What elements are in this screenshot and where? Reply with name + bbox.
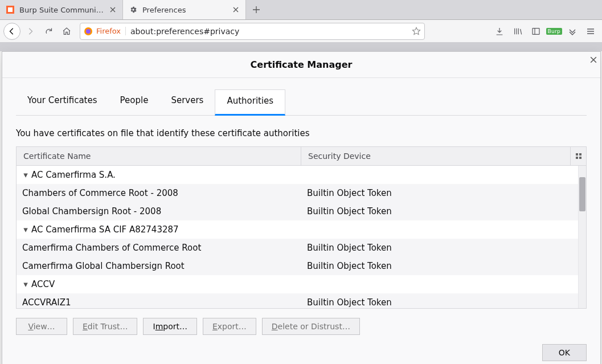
tree-child-row[interactable]: Global Chambersign Root - 2008Builtin Ob… [17, 202, 586, 220]
delete-distrust-button[interactable]: Delete or Distrust… [262, 318, 360, 335]
ok-row: OK [16, 344, 587, 361]
sidebar-icon[interactable] [528, 23, 544, 40]
certificate-name: Camerfirma Global Chambersign Root [22, 261, 185, 271]
bookmark-star-icon[interactable] [412, 27, 421, 36]
twisty-down-icon[interactable]: ▾ [22, 224, 29, 235]
close-icon[interactable] [590, 56, 597, 63]
security-device: Builtin Object Token [301, 206, 586, 216]
twisty-down-icon[interactable]: ▾ [22, 170, 29, 180]
overflow-icon[interactable] [564, 23, 580, 40]
home-button[interactable] [58, 23, 75, 40]
dialog-tabs: Your Certificates People Servers Authori… [16, 89, 587, 116]
security-device: Builtin Object Token [301, 243, 586, 253]
dialog-body: Your Certificates People Servers Authori… [2, 78, 600, 364]
svg-rect-4 [533, 28, 539, 34]
dialog-description: You have certificates on file that ident… [16, 128, 587, 138]
scrollbar-thumb[interactable] [579, 177, 585, 211]
library-icon[interactable] [510, 23, 526, 40]
column-picker-icon[interactable] [570, 147, 586, 165]
security-device: Builtin Object Token [301, 188, 586, 198]
import-button[interactable]: Import… [143, 318, 196, 335]
navigation-toolbar: Firefox Burp [0, 20, 602, 43]
table-body[interactable]: ▾AC Camerfirma S.A.Chambers of Commerce … [17, 166, 586, 308]
downloads-icon[interactable] [492, 23, 507, 40]
tab-title: Burp Suite Community E… [19, 6, 104, 14]
action-button-row: View… Edit Trust… Import… Export… Delete… [16, 318, 587, 335]
certificate-name: Chambers of Commerce Root - 2008 [22, 188, 178, 198]
dialog-title: Certificate Manager [251, 59, 353, 70]
burp-favicon [6, 5, 15, 14]
svg-rect-6 [579, 153, 581, 156]
tree-child-row[interactable]: Camerfirma Chambers of Commerce RootBuil… [17, 239, 586, 257]
edit-trust-button[interactable]: Edit Trust… [73, 318, 137, 335]
tree-child-row[interactable]: ACCVRAIZ1Builtin Object Token [17, 293, 586, 308]
dialog-header: Certificate Manager [2, 52, 600, 78]
twisty-down-icon[interactable]: ▾ [22, 279, 29, 289]
content-gap [0, 43, 602, 51]
certificate-name: Global Chambersign Root - 2008 [22, 206, 161, 216]
firefox-icon [84, 27, 93, 36]
tree-child-row[interactable]: Camerfirma Global Chambersign RootBuilti… [17, 257, 586, 275]
close-icon[interactable] [109, 6, 117, 14]
toolbar-right: Burp [492, 23, 599, 40]
certificate-name: Camerfirma Chambers of Commerce Root [22, 243, 201, 253]
burp-badge: Burp [546, 28, 563, 35]
tab-your-certificates[interactable]: Your Certificates [16, 89, 109, 116]
forward-button [22, 23, 39, 40]
tab-preferences[interactable]: Preferences [123, 0, 246, 19]
identity-label: Firefox [96, 27, 126, 35]
svg-rect-8 [579, 157, 581, 159]
burp-extension-icon[interactable]: Burp [546, 23, 563, 40]
security-device: Builtin Object Token [301, 297, 586, 308]
tab-authorities[interactable]: Authorities [215, 89, 285, 116]
authority-name: AC Camerfirma SA CIF A82743287 [31, 224, 179, 235]
svg-point-3 [86, 29, 91, 34]
svg-rect-5 [576, 153, 578, 156]
tree-parent-row[interactable]: ▾ACCV [17, 275, 586, 293]
authority-name: ACCV [31, 279, 55, 289]
tree-parent-row[interactable]: ▾AC Camerfirma SA CIF A82743287 [17, 220, 586, 239]
url-bar[interactable]: Firefox [80, 23, 425, 40]
column-security-device[interactable]: Security Device [301, 147, 570, 165]
authority-name: AC Camerfirma S.A. [31, 170, 116, 180]
certificate-name: ACCVRAIZ1 [22, 297, 71, 308]
tab-title: Preferences [142, 6, 227, 14]
svg-rect-1 [8, 7, 13, 12]
security-device: Builtin Object Token [301, 261, 586, 271]
tab-people[interactable]: People [109, 89, 160, 116]
tree-parent-row[interactable]: ▾AC Camerfirma S.A. [17, 166, 586, 184]
tab-servers[interactable]: Servers [159, 89, 215, 116]
view-button[interactable]: View… [16, 318, 67, 335]
ok-button[interactable]: OK [542, 344, 587, 361]
address-input[interactable] [129, 26, 408, 36]
tab-strip: Burp Suite Community E… Preferences [0, 0, 602, 20]
reload-button[interactable] [40, 23, 57, 40]
gear-icon [129, 5, 138, 14]
close-icon[interactable] [232, 6, 240, 14]
certificate-table: Certificate Name Security Device ▾AC Cam… [16, 146, 587, 309]
svg-rect-7 [576, 157, 578, 159]
tree-child-row[interactable]: Chambers of Commerce Root - 2008Builtin … [17, 184, 586, 202]
back-button[interactable] [3, 23, 21, 40]
certificate-manager-dialog: Certificate Manager Your Certificates Pe… [2, 51, 601, 364]
tab-burp[interactable]: Burp Suite Community E… [0, 0, 123, 19]
table-header: Certificate Name Security Device [17, 147, 586, 166]
export-button[interactable]: Export… [203, 318, 256, 335]
scrollbar[interactable] [578, 166, 586, 308]
new-tab-button[interactable] [246, 0, 267, 19]
menu-icon[interactable] [583, 23, 599, 40]
column-certificate-name[interactable]: Certificate Name [17, 147, 301, 165]
